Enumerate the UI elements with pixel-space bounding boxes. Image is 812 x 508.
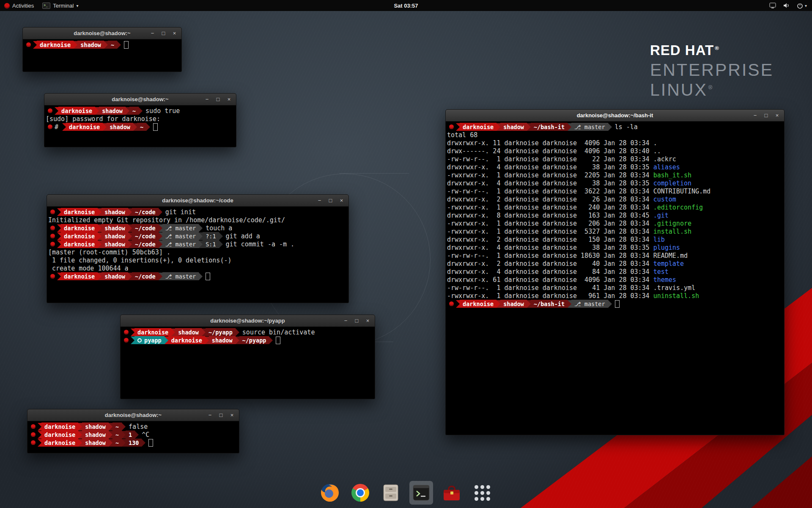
- minimize-button[interactable]: −: [752, 110, 758, 121]
- prompt-separator: [122, 439, 126, 447]
- terminal-cursor: [276, 337, 280, 344]
- terminal-text: false: [129, 423, 148, 431]
- window-titlebar[interactable]: darknoise@shadow:~/bash-it − □ ×: [446, 110, 784, 121]
- terminal-line: drwxrwxr-x. 2 darknoise darknoise 150 Ja…: [447, 235, 784, 243]
- maximize-button[interactable]: □: [215, 94, 221, 105]
- prompt-segment-path: ~: [129, 107, 139, 115]
- app-menu-terminal[interactable]: Terminal ▾: [38, 0, 82, 11]
- maximize-button[interactable]: □: [354, 315, 359, 326]
- terminal-line: [master (root-commit) 50bcb63] .: [48, 248, 348, 256]
- app-menu-label: Terminal: [53, 3, 74, 9]
- minimize-button[interactable]: −: [317, 195, 322, 206]
- prompt-segment-host: shadow: [107, 123, 133, 131]
- terminal-line: -rw-rw-r--. 1 darknoise darknoise 41 Jan…: [447, 284, 784, 292]
- close-button[interactable]: ×: [774, 110, 780, 121]
- minimize-button[interactable]: −: [207, 409, 213, 421]
- prompt-separator: [146, 123, 150, 131]
- terminal-content[interactable]: darknoiseshadow~/bash-it⎇ masterls -lato…: [446, 121, 784, 435]
- dock-item-chrome[interactable]: [348, 481, 372, 505]
- prompt-segment-exit: 1: [126, 431, 135, 439]
- terminal-text: drwx------. 24 darknoise darknoise 4096 …: [447, 147, 653, 155]
- window-titlebar[interactable]: darknoise@shadow:~ − □ ×: [44, 94, 236, 105]
- terminal-text: git commit -a -m .: [226, 240, 295, 248]
- activities-button[interactable]: Activities: [0, 0, 38, 11]
- maximize-button[interactable]: □: [218, 409, 224, 421]
- dock-item-firefox[interactable]: [318, 481, 342, 505]
- fedora-icon: [29, 439, 38, 447]
- window-title: darknoise@shadow:~/pyapp: [121, 318, 375, 324]
- prompt-separator: [608, 123, 612, 131]
- terminal-app-icon: [42, 3, 50, 9]
- terminal-window-pyapp[interactable]: darknoise@shadow:~/pyapp − □ × darknoise…: [120, 315, 375, 399]
- close-button[interactable]: ×: [339, 195, 344, 206]
- terminal-text: bash_it.sh: [653, 171, 691, 179]
- prompt-segment-user: darknoise: [460, 300, 497, 308]
- power-menu-button[interactable]: ▾: [797, 3, 807, 9]
- terminal-text: git init: [165, 208, 196, 216]
- terminal-text: -rwxrwxr-x. 1 darknoise darknoise 961 Ja…: [447, 292, 653, 300]
- prompt-separator: [165, 337, 168, 344]
- terminal-window-code[interactable]: darknoise@shadow:~/code − □ × darknoises…: [47, 194, 349, 303]
- prompt-segment-user: darknoise: [37, 41, 74, 49]
- terminal-line: drwxrwxr-x. 2 darknoise darknoise 40 Jan…: [447, 260, 784, 268]
- minimize-button[interactable]: −: [204, 94, 210, 105]
- window-titlebar[interactable]: darknoise@shadow:~ − □ ×: [23, 28, 181, 39]
- close-button[interactable]: ×: [226, 94, 232, 105]
- volume-button[interactable]: [783, 3, 790, 8]
- rhel-logo-linux: LINUX®: [650, 80, 774, 100]
- dock-item-app-grid[interactable]: [470, 481, 494, 505]
- prompt-segment-path: ~: [108, 41, 117, 49]
- close-button[interactable]: ×: [172, 28, 177, 39]
- prompt-separator: [236, 337, 239, 344]
- prompt-separator: [78, 423, 82, 431]
- prompt-segment-user: darknoise: [61, 272, 98, 280]
- terminal-text: plugins: [653, 244, 680, 251]
- dock-item-toolbox[interactable]: [440, 481, 464, 505]
- terminal-content[interactable]: darknoiseshadow~falsedarknoiseshadow~1^C…: [27, 421, 239, 453]
- prompt-separator: [205, 337, 209, 344]
- maximize-button[interactable]: □: [161, 28, 166, 39]
- terminal-text: ^C: [142, 431, 149, 439]
- clock[interactable]: Sat 03:57: [394, 3, 418, 9]
- minimize-button[interactable]: −: [150, 28, 155, 39]
- prompt-separator: [199, 232, 203, 240]
- close-button[interactable]: ×: [229, 409, 235, 421]
- volume-icon: [783, 3, 790, 8]
- prompt-separator: [62, 123, 66, 131]
- terminal-content[interactable]: darknoiseshadow~/pyappsource bin/activat…: [121, 327, 375, 399]
- prompt-separator: [219, 240, 223, 248]
- terminal-cursor: [206, 273, 210, 280]
- fedora-icon: [122, 336, 131, 344]
- terminal-content[interactable]: darknoiseshadow~: [23, 39, 181, 72]
- terminal-content[interactable]: darknoiseshadow~sudo true[sudo] password…: [44, 105, 236, 147]
- terminal-window-sudo[interactable]: darknoise@shadow:~ − □ × darknoiseshadow…: [44, 93, 236, 147]
- window-titlebar[interactable]: darknoise@shadow:~/pyapp − □ ×: [121, 315, 375, 327]
- terminal-text: test: [653, 268, 669, 276]
- prompt-separator: [98, 232, 102, 240]
- close-button[interactable]: ×: [365, 315, 370, 326]
- maximize-button[interactable]: □: [763, 110, 769, 121]
- terminal-text: drwxrwxr-x. 4 darknoise darknoise 84 Jan…: [447, 268, 653, 276]
- terminal-text: [master (root-commit) 50bcb63] .: [48, 248, 170, 256]
- terminal-window-home-1[interactable]: darknoise@shadow:~ − □ × darknoiseshadow…: [22, 27, 182, 72]
- terminal-text: custom: [653, 196, 676, 203]
- terminal-line: -rw-rw-r--. 1 darknoise darknoise 18630 …: [447, 251, 784, 260]
- dock-item-terminal[interactable]: [409, 481, 433, 505]
- terminal-content[interactable]: darknoiseshadow~/codegit initInitialized…: [47, 207, 348, 303]
- terminal-window-bash-it[interactable]: darknoise@shadow:~/bash-it − □ × darknoi…: [445, 109, 785, 435]
- prompt-segment-git: ⎇ master: [162, 224, 199, 232]
- prompt-separator: [109, 423, 112, 431]
- minimize-button[interactable]: −: [343, 315, 348, 326]
- terminal-window-home-2[interactable]: darknoise@shadow:~ − □ × darknoiseshadow…: [27, 409, 239, 453]
- prompt-segment-user: darknoise: [41, 439, 78, 447]
- window-titlebar[interactable]: darknoise@shadow:~ − □ ×: [27, 409, 239, 421]
- dock-item-files[interactable]: [379, 481, 403, 505]
- terminal-text: drwxrwxr-x. 2 darknoise darknoise 26 Jan…: [447, 196, 653, 203]
- terminal-line: darknoiseshadow~false: [29, 422, 239, 431]
- prompt-separator: [117, 41, 121, 49]
- screen-layout-button[interactable]: [769, 3, 776, 8]
- prompt-separator: [199, 224, 203, 232]
- maximize-button[interactable]: □: [328, 195, 333, 206]
- window-titlebar[interactable]: darknoise@shadow:~/code − □ ×: [47, 195, 348, 207]
- prompt-separator: [131, 329, 134, 336]
